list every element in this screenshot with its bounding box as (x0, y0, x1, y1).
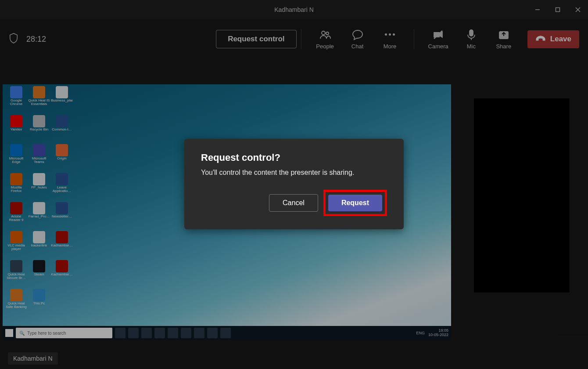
tray-lang: ENG (416, 331, 425, 335)
mic-button[interactable]: Mic (462, 29, 481, 50)
desktop-icon-image (33, 173, 45, 185)
desktop-icon-image (10, 115, 22, 127)
request-control-button[interactable]: Request control (216, 30, 296, 48)
taskbar-app-icon (194, 328, 204, 338)
desktop-icon-image (10, 173, 22, 185)
desktop-icon-image (56, 202, 68, 214)
desktop-icon: Microsoft Teams (28, 144, 50, 172)
toolbar-separator (414, 29, 414, 49)
desktop-icon: Steam (28, 260, 50, 288)
desktop-icon: FP_Notes (28, 173, 50, 201)
mic-icon (466, 29, 477, 40)
highlight-annotation: Request (323, 190, 387, 216)
meeting-timer: 28:12 (26, 35, 46, 44)
desktop-icons-grid: Google ChromeQuick Heal IS EssentialsBus… (5, 86, 73, 317)
people-button[interactable]: People (316, 29, 335, 50)
desktop-icon: This Pc (28, 289, 50, 317)
dialog-title: Request control? (201, 152, 387, 163)
leave-button[interactable]: Leave (527, 30, 579, 48)
meeting-toolbar: 28:12 Request control People Chat More (0, 19, 588, 59)
search-placeholder: Type here to search (27, 331, 66, 336)
desktop-icon: Google Chrome (5, 86, 27, 114)
tray-date: 10-05-2022 (428, 333, 448, 337)
desktop-icon-label: Common-t… (52, 128, 72, 131)
more-button[interactable]: More (380, 29, 400, 50)
chat-icon (352, 29, 363, 40)
desktop-icon-image (56, 144, 68, 156)
desktop-icon-image (10, 289, 22, 301)
taskbar-app-icon (220, 328, 231, 338)
minimize-button[interactable] (527, 0, 548, 19)
desktop-icon-label: Mozilla Firefox (5, 186, 27, 193)
camera-button[interactable]: Camera (428, 29, 448, 50)
desktop-icon: Quick Heal Safe Banking (5, 289, 27, 317)
taskbar-app-icon (181, 328, 191, 338)
desktop-icon: Newsletter… (51, 202, 73, 230)
desktop-icon: Origin (51, 144, 73, 172)
shield-icon (9, 33, 18, 46)
desktop-icon: Leave Applicatio… (51, 173, 73, 201)
desktop-icon: VLC media player (5, 231, 27, 259)
toolbar-separator (301, 29, 301, 49)
desktop-icon: Farrad_Pro… (28, 202, 50, 230)
desktop-icon-label: Farrad_Pro… (29, 215, 50, 218)
desktop-icon: Mozilla Firefox (5, 173, 27, 201)
desktop-icon-image (56, 260, 68, 272)
taskbar-app-icon (141, 328, 152, 338)
close-button[interactable] (568, 0, 588, 19)
desktop-icon-label: Kadhambar… (51, 273, 72, 276)
desktop-icon-label: Steam (34, 273, 44, 276)
window-titlebar: Kadhambari N (0, 0, 588, 19)
desktop-icon-image (33, 231, 45, 243)
desktop-icon-image (10, 144, 22, 156)
camera-off-icon (433, 29, 444, 40)
windows-start-icon (5, 329, 13, 337)
chat-button[interactable]: Chat (348, 29, 367, 50)
task-view-icon (128, 328, 139, 338)
desktop-icon: Quick Heal IS Essentials (28, 86, 50, 114)
desktop-icon: Kadhambar… (51, 231, 73, 259)
desktop-icon-image (56, 86, 68, 98)
maximize-button[interactable] (548, 0, 568, 19)
desktop-icon-label: Origin (57, 157, 66, 160)
desktop-icon-image (10, 86, 22, 98)
mic-label: Mic (467, 43, 476, 50)
desktop-icon: Adobe Reader 9 (5, 202, 27, 230)
leave-label: Leave (550, 35, 571, 43)
svg-point-5 (326, 32, 329, 35)
desktop-icon-image (33, 86, 45, 98)
request-button[interactable]: Request (328, 195, 382, 211)
desktop-icon-label: Quick Heal Secure Br… (5, 273, 27, 280)
self-video-tile[interactable] (474, 98, 570, 293)
desktop-icon-image (33, 289, 45, 301)
share-button[interactable]: Share (494, 29, 513, 50)
desktop-icon-label: Quick Heal Safe Banking (5, 302, 27, 309)
camera-label: Camera (428, 43, 448, 50)
presenter-name-label: Kadhambari N (8, 352, 58, 365)
taskbar-app-icon (207, 328, 218, 338)
desktop-icon-label: Quick Heal IS Essentials (28, 99, 50, 106)
desktop-icon-label: Google Chrome (5, 99, 27, 106)
desktop-icon: Business_plan (51, 86, 73, 114)
desktop-icon-label: Business_plan (51, 99, 73, 102)
desktop-icon-image (10, 260, 22, 272)
desktop-icon-image (33, 144, 45, 156)
svg-rect-1 (556, 8, 560, 12)
desktop-icon-label: trackerlink (31, 244, 47, 247)
window-controls (527, 0, 588, 19)
windows-taskbar: 🔍 Type here to search ENG 19:05 10-05-20… (3, 326, 451, 340)
svg-point-4 (322, 31, 325, 35)
svg-rect-7 (470, 30, 473, 36)
more-icon (384, 29, 396, 40)
desktop-icon: Kadhambar… (51, 260, 73, 288)
share-icon (498, 29, 509, 40)
cancel-button[interactable]: Cancel (269, 194, 318, 212)
desktop-icon-image (33, 115, 45, 127)
desktop-icon-label: Adobe Reader 9 (5, 215, 27, 222)
desktop-icon-image (56, 231, 68, 243)
dialog-actions: Cancel Request (201, 190, 387, 216)
windows-search-box: 🔍 Type here to search (16, 328, 112, 338)
desktop-icon: trackerlink (28, 231, 50, 259)
desktop-icon: Yandex (5, 115, 27, 143)
more-label: More (384, 43, 397, 50)
